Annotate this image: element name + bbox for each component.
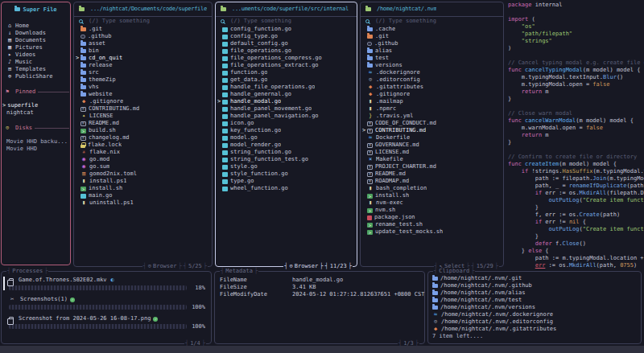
file-row[interactable]: key_function.go — [216, 127, 357, 134]
file-row[interactable]: release — [74, 62, 212, 69]
file-row[interactable]: config_type.go — [216, 33, 357, 40]
file-row[interactable]: get_data.go — [216, 76, 357, 84]
sidebar-item[interactable]: Downloads — [2, 30, 70, 37]
process-item[interactable]: Game.of.Thrones.S02E02.mkv 18% — [9, 277, 205, 291]
file-row[interactable]: handle_panel_movement.go — [216, 105, 357, 113]
file-row[interactable]: .gitignore — [74, 98, 212, 105]
file-row[interactable]: default_config.go — [216, 40, 357, 47]
file-row[interactable]: install.sh — [361, 192, 503, 199]
file-row[interactable]: README.md — [361, 170, 503, 178]
disk-item[interactable]: Movie HHD — [2, 146, 70, 153]
file-row[interactable]: CODE_OF_CONDUCT.md — [361, 120, 503, 127]
process-item[interactable]: Screenshots(1) 100% — [9, 296, 205, 310]
file-row[interactable]: README.md — [74, 120, 212, 127]
file-row[interactable]: .gitattributes — [361, 84, 503, 91]
clipboard-title: Clipboard — [433, 268, 475, 275]
file-row[interactable]: asset — [74, 40, 212, 47]
file-row[interactable]: icon.go — [216, 120, 357, 127]
file-row[interactable]: gomod2nix.toml — [74, 170, 212, 178]
file-row[interactable]: type.go — [216, 178, 357, 185]
file-row[interactable]: Makefile — [361, 156, 503, 163]
file-row[interactable]: PROJECT_CHARTER.md — [361, 163, 503, 170]
file-row[interactable]: Dockerfile — [361, 134, 503, 142]
pinned-item[interactable]: superfile — [2, 102, 70, 109]
file-row[interactable]: GOVERNANCE.md — [361, 142, 503, 149]
clipboard-item: /home/nightcat/.nvm/.git — [428, 275, 641, 282]
ps1-icon — [80, 178, 87, 185]
file-row[interactable]: flake.lock — [74, 142, 212, 149]
sidebar-item[interactable]: Home — [2, 23, 70, 30]
file-row[interactable]: wheel_function.go — [216, 185, 357, 192]
file-row[interactable]: package.json — [361, 214, 503, 221]
file-row[interactable]: .github — [74, 33, 212, 40]
file-row[interactable]: rename_test.sh — [361, 221, 503, 228]
file-row[interactable]: uninstall.ps1 — [74, 199, 212, 207]
file-row[interactable]: string_function.go — [216, 149, 357, 156]
file-row[interactable]: model_render.go — [216, 142, 357, 149]
file-row[interactable]: style.go — [216, 163, 357, 170]
file-row[interactable]: .git — [74, 26, 212, 33]
file-row[interactable]: file_operations_extract.go — [216, 62, 357, 69]
file-row[interactable]: bin — [74, 47, 212, 55]
file-row[interactable]: .github — [361, 40, 503, 47]
file-row[interactable]: .mailmap — [361, 98, 503, 105]
pinned-item[interactable]: nightcat — [2, 109, 70, 117]
file-row[interactable]: .npmrc — [361, 105, 503, 113]
file-row[interactable]: .dockerignore — [361, 69, 503, 76]
md-icon — [367, 143, 373, 148]
file-row[interactable]: CONTRIBUTING.md — [74, 105, 212, 113]
file-row[interactable]: cd_on_quit — [74, 55, 212, 62]
file-row[interactable]: install.ps1 — [74, 178, 212, 185]
file-row[interactable]: install.sh — [74, 185, 212, 192]
file-row[interactable]: vhs — [74, 84, 212, 91]
file-row[interactable]: ROADMAP.md — [361, 178, 503, 185]
file-row[interactable]: changelog.md — [74, 134, 212, 142]
file-row[interactable]: handle_genernal.go — [216, 91, 357, 98]
file-row[interactable]: handle_panel_navigation.go — [216, 113, 357, 120]
file-row[interactable]: src — [74, 69, 212, 76]
file-row[interactable]: config_function.go — [216, 26, 357, 33]
file-row[interactable]: themeZip — [74, 76, 212, 84]
file-row[interactable]: model.go — [216, 134, 357, 142]
search-bar[interactable]: (/) Type something — [361, 17, 503, 26]
file-row[interactable]: .travis.yml — [361, 113, 503, 120]
file-row[interactable]: main.go — [74, 192, 212, 199]
file-row[interactable]: .cache — [361, 26, 503, 33]
file-row[interactable]: file_operations.go — [216, 47, 357, 55]
file-row[interactable]: string_function_test.go — [216, 156, 357, 163]
file-row[interactable]: function.go — [216, 69, 357, 76]
process-item[interactable]: Screenshot from 2024-05-26 16-08-17.png … — [9, 315, 205, 330]
sidebar-item[interactable]: Documents — [2, 37, 70, 44]
sidebar-item[interactable]: Templates — [2, 66, 70, 73]
search-bar[interactable]: (/) Type something — [74, 17, 212, 26]
file-name: build.sh — [89, 127, 116, 134]
file-row[interactable]: nvm.sh — [361, 207, 503, 214]
sidebar-item[interactable]: PublicShare — [2, 73, 70, 80]
file-row[interactable]: CONTRIBUTING.md — [361, 127, 503, 134]
disk-item[interactable]: Movie HHD backu... — [2, 138, 70, 146]
file-row[interactable]: website — [74, 91, 212, 98]
file-row[interactable]: .editorconfig — [361, 76, 503, 84]
sidebar-item[interactable]: Pictures — [2, 44, 70, 51]
file-row[interactable]: file_operations_compress.go — [216, 55, 357, 62]
file-row[interactable]: alias — [361, 47, 503, 55]
file-row[interactable]: build.sh — [74, 127, 212, 134]
file-row[interactable]: handle_file_operations.go — [216, 84, 357, 91]
search-bar[interactable]: (/) Type something — [216, 17, 357, 26]
file-row[interactable]: flake.nix — [74, 149, 212, 156]
file-row[interactable]: style_function.go — [216, 170, 357, 178]
file-row[interactable]: test — [361, 55, 503, 62]
file-row[interactable]: go.sum — [74, 163, 212, 170]
file-row[interactable]: handle_modal.go — [216, 98, 357, 105]
file-row[interactable]: go.mod — [74, 156, 212, 163]
sidebar-item[interactable]: Videos — [2, 51, 70, 59]
file-row[interactable]: update_test_mocks.sh — [361, 228, 503, 236]
file-row[interactable]: .gitignore — [361, 91, 503, 98]
file-row[interactable]: versions — [361, 62, 503, 69]
file-row[interactable]: LICENSE.md — [361, 149, 503, 156]
file-row[interactable]: bash_completion — [361, 185, 503, 192]
file-row[interactable]: nvm-exec — [361, 199, 503, 207]
file-row[interactable]: LICENSE — [74, 113, 212, 120]
sidebar-item[interactable]: Music — [2, 59, 70, 66]
file-row[interactable]: .git — [361, 33, 503, 40]
